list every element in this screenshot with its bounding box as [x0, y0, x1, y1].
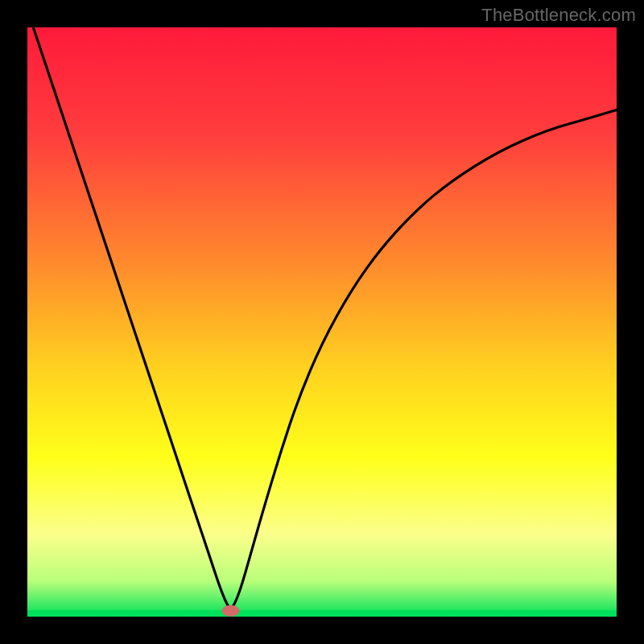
optimum-marker [222, 605, 240, 617]
baseline-strip [27, 610, 617, 617]
plot-area [27, 27, 617, 617]
watermark-text: TheBottleneck.com [481, 5, 636, 26]
chart-frame: TheBottleneck.com [0, 0, 644, 644]
gradient-background [27, 27, 617, 617]
chart-svg [27, 27, 617, 617]
